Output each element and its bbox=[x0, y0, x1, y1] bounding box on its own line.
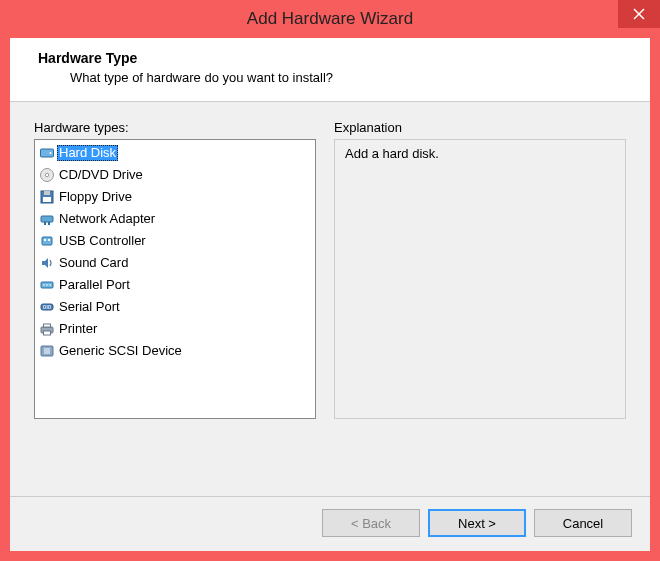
list-item-label: Sound Card bbox=[57, 255, 130, 271]
network-icon bbox=[39, 211, 55, 227]
svg-rect-9 bbox=[41, 216, 53, 222]
parallel-icon bbox=[39, 277, 55, 293]
list-item[interactable]: 0I0Serial Port bbox=[35, 296, 315, 318]
scsi-icon bbox=[39, 343, 55, 359]
printer-icon bbox=[39, 321, 55, 337]
list-item-label: CD/DVD Drive bbox=[57, 167, 145, 183]
list-item[interactable]: Generic SCSI Device bbox=[35, 340, 315, 362]
svg-rect-12 bbox=[42, 237, 52, 245]
list-item[interactable]: Sound Card bbox=[35, 252, 315, 274]
list-item-label: Serial Port bbox=[57, 299, 122, 315]
titlebar: Add Hardware Wizard bbox=[0, 0, 660, 38]
list-item-label: USB Controller bbox=[57, 233, 148, 249]
svg-rect-23 bbox=[44, 331, 51, 335]
serial-icon: 0I0 bbox=[39, 299, 55, 315]
content-area: Hardware types: Hard DiskCD/DVD DriveFlo… bbox=[10, 102, 650, 478]
wizard-header: Hardware Type What type of hardware do y… bbox=[10, 38, 650, 102]
back-button[interactable]: < Back bbox=[322, 509, 420, 537]
next-button[interactable]: Next > bbox=[428, 509, 526, 537]
list-item-label: Printer bbox=[57, 321, 99, 337]
svg-point-18 bbox=[49, 284, 51, 286]
svg-rect-11 bbox=[48, 222, 50, 225]
list-item[interactable]: Network Adapter bbox=[35, 208, 315, 230]
hardware-types-label: Hardware types: bbox=[34, 120, 316, 135]
explanation-label: Explanation bbox=[334, 120, 626, 135]
footer-separator bbox=[10, 496, 650, 497]
list-item-label: Network Adapter bbox=[57, 211, 157, 227]
svg-point-17 bbox=[46, 284, 48, 286]
svg-text:0I0: 0I0 bbox=[43, 304, 52, 310]
list-item[interactable]: Floppy Drive bbox=[35, 186, 315, 208]
svg-point-3 bbox=[50, 152, 52, 154]
close-icon bbox=[633, 8, 645, 20]
svg-rect-22 bbox=[44, 324, 51, 327]
explanation-text: Add a hard disk. bbox=[345, 146, 439, 161]
list-item-label: Hard Disk bbox=[57, 145, 118, 161]
explanation-box: Add a hard disk. bbox=[334, 139, 626, 419]
svg-rect-2 bbox=[41, 149, 54, 157]
svg-rect-14 bbox=[48, 239, 50, 241]
close-button[interactable] bbox=[618, 0, 660, 28]
svg-point-16 bbox=[43, 284, 45, 286]
cd-dvd-icon bbox=[39, 167, 55, 183]
footer-buttons: < Back Next > Cancel bbox=[10, 509, 650, 551]
svg-rect-13 bbox=[44, 239, 46, 241]
usb-icon bbox=[39, 233, 55, 249]
list-item[interactable]: USB Controller bbox=[35, 230, 315, 252]
list-item[interactable]: Printer bbox=[35, 318, 315, 340]
svg-rect-7 bbox=[44, 191, 50, 195]
page-title: Hardware Type bbox=[38, 50, 630, 66]
window-title: Add Hardware Wizard bbox=[247, 9, 413, 29]
list-item[interactable]: Parallel Port bbox=[35, 274, 315, 296]
hardware-types-column: Hardware types: Hard DiskCD/DVD DriveFlo… bbox=[34, 120, 316, 478]
page-subtitle: What type of hardware do you want to ins… bbox=[70, 70, 630, 85]
list-item[interactable]: Hard Disk bbox=[35, 142, 315, 164]
list-item-label: Floppy Drive bbox=[57, 189, 134, 205]
window-body: Hardware Type What type of hardware do y… bbox=[0, 38, 660, 561]
list-item-label: Generic SCSI Device bbox=[57, 343, 184, 359]
list-item-label: Parallel Port bbox=[57, 277, 132, 293]
hardware-types-listbox[interactable]: Hard DiskCD/DVD DriveFloppy DriveNetwork… bbox=[34, 139, 316, 419]
svg-rect-8 bbox=[43, 197, 51, 202]
sound-icon bbox=[39, 255, 55, 271]
explanation-column: Explanation Add a hard disk. bbox=[334, 120, 626, 478]
list-item[interactable]: CD/DVD Drive bbox=[35, 164, 315, 186]
svg-rect-10 bbox=[44, 222, 46, 225]
svg-point-5 bbox=[45, 173, 49, 177]
cancel-button[interactable]: Cancel bbox=[534, 509, 632, 537]
floppy-icon bbox=[39, 189, 55, 205]
hard-disk-icon bbox=[39, 145, 55, 161]
